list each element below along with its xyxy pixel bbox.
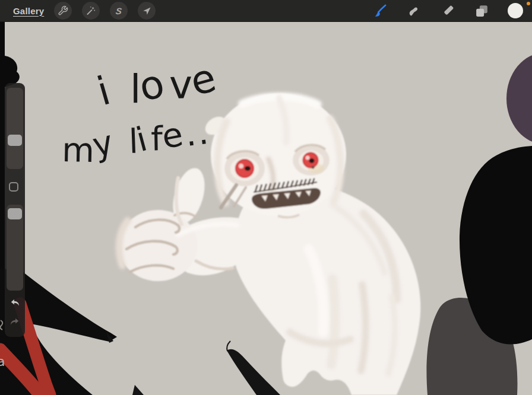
recording-indicator-dot xyxy=(527,2,530,5)
smudge-finger-icon xyxy=(407,4,422,18)
edge-letter: a xyxy=(0,354,5,369)
adjustments-button[interactable] xyxy=(82,2,100,20)
smudge-tool-button[interactable] xyxy=(406,3,422,18)
redo-arrow-icon xyxy=(8,316,21,329)
toolbar-left-group: Gallery S xyxy=(0,2,156,20)
transform-arrow-icon xyxy=(142,6,152,16)
paint-tool-button[interactable] xyxy=(372,3,388,18)
artwork-svg: a xyxy=(0,0,532,395)
drawing-canvas[interactable]: a xyxy=(0,0,532,395)
eraser-icon xyxy=(441,4,455,18)
layers-icon xyxy=(474,4,489,18)
brush-size-slider[interactable] xyxy=(7,88,23,169)
opacity-handle[interactable] xyxy=(8,208,22,219)
paintbrush-icon xyxy=(372,3,388,18)
redo-button[interactable] xyxy=(8,316,21,329)
top-toolbar: Gallery S xyxy=(0,0,532,22)
sidebar-tools xyxy=(5,83,25,337)
selection-button[interactable]: S xyxy=(110,2,128,20)
color-swatch-button[interactable] xyxy=(508,3,523,18)
layers-button[interactable] xyxy=(474,3,489,18)
toolbar-right-group xyxy=(372,3,532,18)
undo-button[interactable] xyxy=(8,297,21,310)
modify-button[interactable] xyxy=(9,182,18,192)
gallery-button[interactable]: Gallery xyxy=(13,6,44,16)
opacity-slider[interactable] xyxy=(7,205,23,291)
undo-arrow-icon xyxy=(8,297,21,310)
transform-button[interactable] xyxy=(138,2,156,20)
brush-size-handle[interactable] xyxy=(8,135,22,146)
wrench-icon xyxy=(58,5,68,16)
actions-button[interactable] xyxy=(54,2,72,20)
magic-wand-icon xyxy=(86,5,96,16)
selection-s-icon: S xyxy=(115,7,122,15)
erase-tool-button[interactable] xyxy=(440,3,455,18)
